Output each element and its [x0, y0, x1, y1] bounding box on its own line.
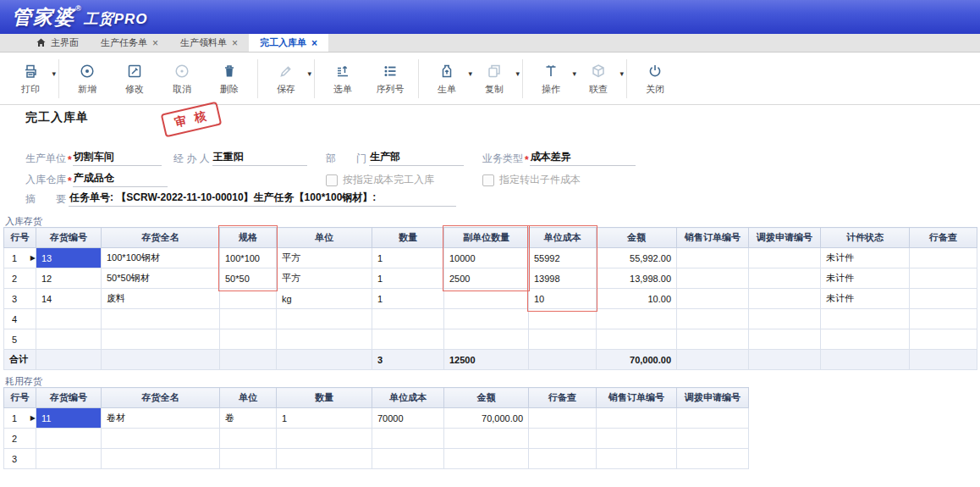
tab-completion-stockin[interactable]: 完工入库单 × [249, 34, 328, 52]
table-cell[interactable]: 70,000.00 [444, 408, 529, 429]
table-cell[interactable] [529, 329, 597, 350]
table-cell[interactable]: 100*100 [220, 248, 277, 268]
table-cell[interactable]: 13998 [529, 268, 597, 289]
table-cell[interactable]: 10.00 [597, 289, 677, 309]
dropdown-caret-icon[interactable]: ▾ [619, 69, 624, 78]
table-cell[interactable] [910, 329, 977, 350]
column-header[interactable]: 规格 [220, 228, 277, 248]
row-number-cell[interactable]: 1▶ [4, 248, 36, 268]
table-cell[interactable] [372, 429, 444, 449]
table-cell[interactable] [677, 268, 749, 289]
table-cell[interactable] [529, 309, 597, 329]
table-cell[interactable]: 卷材 [102, 408, 220, 429]
table-cell[interactable] [444, 309, 529, 329]
table-cell[interactable]: 1 [277, 408, 372, 429]
column-header[interactable]: 单位成本 [372, 388, 444, 408]
close-button[interactable]: 关闭 [631, 56, 679, 102]
table-cell[interactable] [529, 429, 597, 449]
table-cell[interactable] [277, 329, 372, 350]
table-cell[interactable] [220, 329, 277, 350]
table-cell[interactable]: 55,992.00 [597, 248, 677, 268]
handler-input[interactable]: 王重阳 [212, 150, 307, 166]
table-cell[interactable] [444, 329, 529, 350]
table-cell[interactable] [102, 309, 220, 329]
production-unit-input[interactable]: 切割车间 [73, 150, 162, 166]
dropdown-caret-icon[interactable]: ▾ [307, 69, 311, 78]
summary-input[interactable]: 任务单号: 【SCRW-2022-11-10-00010】生产任务【100*10… [69, 191, 456, 207]
checkbox-stockin-at-specified-cost[interactable]: 按指定成本完工入库 [326, 173, 434, 187]
select-order-button[interactable]: 选单 [319, 56, 366, 102]
checkbox-specify-component-cost[interactable]: 指定转出子件成本 [482, 173, 581, 187]
close-icon[interactable]: × [152, 38, 158, 48]
table-cell[interactable]: 未计件 [821, 289, 910, 309]
column-header[interactable]: 销售订单编号 [597, 388, 677, 408]
row-number-cell[interactable]: 4 [4, 309, 36, 329]
dropdown-caret-icon[interactable]: ▾ [515, 69, 520, 78]
table-cell[interactable] [677, 329, 749, 350]
table-cell[interactable]: 1 [372, 268, 444, 289]
serial-number-button[interactable]: 序列号 [366, 56, 414, 102]
column-header[interactable]: 存货全名 [102, 228, 220, 248]
table-cell[interactable]: 卷 [220, 408, 277, 429]
table-cell[interactable] [372, 329, 444, 350]
print-button[interactable]: 打印 ▾ [7, 56, 54, 102]
generate-order-button[interactable]: 生单 ▾ [423, 56, 471, 102]
table-cell[interactable] [821, 309, 910, 329]
column-header[interactable]: 调拨申请编号 [749, 228, 821, 248]
operations-button[interactable]: 操作 ▾ [527, 56, 575, 102]
column-header[interactable]: 单位 [220, 388, 277, 408]
table-cell[interactable]: 10000 [444, 248, 529, 268]
table-cell[interactable] [277, 429, 372, 449]
dropdown-caret-icon[interactable]: ▾ [52, 69, 56, 78]
table-cell[interactable] [36, 329, 102, 350]
cancel-button[interactable]: 取消 [158, 56, 206, 102]
table-cell[interactable]: 11 [36, 408, 102, 429]
table-cell[interactable] [597, 408, 677, 429]
table-cell[interactable] [749, 248, 821, 268]
table-cell[interactable] [677, 449, 749, 469]
row-number-cell[interactable]: 5 [4, 329, 36, 350]
column-header[interactable]: 存货全名 [102, 388, 220, 408]
table-cell[interactable]: 13 [36, 248, 102, 268]
row-number-cell[interactable]: 2 [4, 268, 36, 289]
column-header[interactable]: 销售订单编号 [677, 228, 749, 248]
table-cell[interactable] [220, 449, 277, 469]
column-header[interactable]: 单位 [277, 228, 372, 248]
table-cell[interactable] [910, 248, 977, 268]
table-cell[interactable] [749, 268, 821, 289]
table-cell[interactable] [444, 289, 529, 309]
table-cell[interactable] [749, 289, 821, 309]
table-cell[interactable]: 12 [36, 268, 102, 289]
table-cell[interactable]: 平方 [277, 268, 372, 289]
column-header[interactable]: 存货编号 [36, 388, 102, 408]
table-cell[interactable] [372, 309, 444, 329]
close-icon[interactable]: × [232, 38, 238, 48]
table-cell[interactable] [36, 449, 102, 469]
delete-button[interactable]: 删除 [206, 56, 253, 102]
column-header[interactable]: 金额 [597, 228, 677, 248]
table-cell[interactable] [220, 289, 277, 309]
column-header[interactable]: 调拨申请编号 [677, 388, 749, 408]
department-input[interactable]: 生产部 [369, 150, 464, 166]
copy-button[interactable]: 复制 ▾ [471, 56, 518, 102]
row-number-cell[interactable]: 2 [4, 429, 36, 449]
table-cell[interactable] [277, 449, 372, 469]
table-cell[interactable] [677, 309, 749, 329]
table-cell[interactable] [444, 429, 529, 449]
table-cell[interactable] [749, 329, 821, 350]
table-cell[interactable]: 70000 [372, 408, 444, 429]
business-type-input[interactable]: 成本差异 [530, 150, 636, 166]
column-header[interactable]: 单位成本 [529, 228, 597, 248]
table-cell[interactable]: 废料 [102, 289, 220, 309]
tab-home[interactable]: 主界面 [25, 34, 90, 52]
table-cell[interactable]: 10 [529, 289, 597, 309]
table-cell[interactable] [36, 309, 102, 329]
warehouse-input[interactable]: 产成品仓 [73, 171, 168, 187]
table-cell[interactable]: 1 [372, 289, 444, 309]
column-header[interactable]: 金额 [444, 388, 529, 408]
column-header[interactable]: 存货编号 [36, 228, 102, 248]
table-cell[interactable]: 2500 [444, 268, 529, 289]
column-header[interactable]: 行备查 [910, 228, 977, 248]
table-cell[interactable]: 平方 [277, 248, 372, 268]
table-cell[interactable] [677, 429, 749, 449]
